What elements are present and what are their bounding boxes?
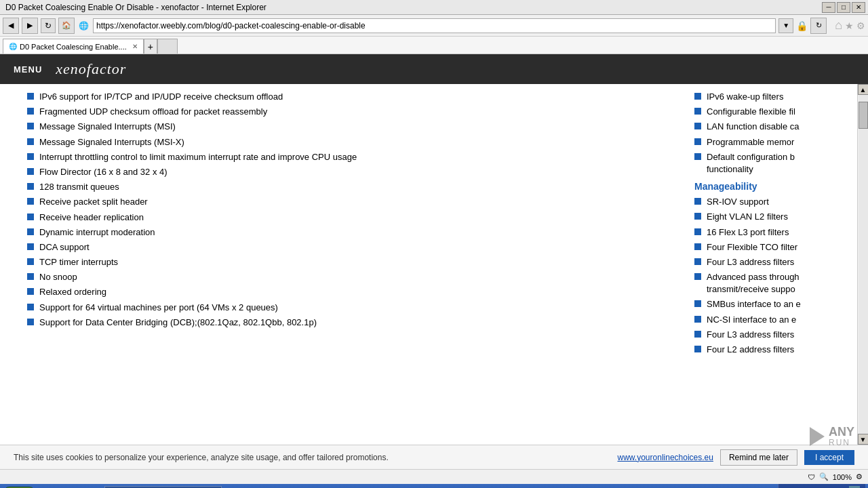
list-item-text: Configurable flexible fil [707, 106, 795, 118]
bullet-icon [27, 288, 34, 295]
forward-button[interactable]: ▶ [22, 18, 38, 34]
list-item-text: TCP timer interrupts [39, 256, 118, 268]
list-item-text: Fragmented UDP checksum offload for pack… [39, 106, 267, 118]
tab-favicon: 🌐 [9, 43, 17, 50]
bullet-icon [694, 153, 701, 160]
list-item-text: NC-SI interface to an e [707, 314, 796, 326]
list-item: Interrupt throttling control to limit ma… [27, 151, 674, 163]
main-content: IPv6 support for IP/TCP and IP/UDP recei… [0, 84, 857, 445]
list-item-text: 128 transmit queues [39, 181, 119, 193]
list-item: Message Signaled Interrupts (MSI-X) [27, 136, 674, 148]
manageability-section-title: Manageability [694, 181, 844, 192]
new-tab-button[interactable]: + [144, 39, 157, 54]
list-item-text: No snoop [39, 271, 77, 283]
status-bar: 🛡 🔍 100% ⚙ [0, 469, 868, 484]
list-item-text: Interrupt throttling control to limit ma… [39, 151, 357, 163]
accept-cookies-button[interactable]: I accept [804, 450, 854, 465]
list-item-text: DCA support [39, 241, 90, 253]
refresh-btn2[interactable]: ↻ [810, 18, 827, 34]
home-button[interactable]: 🏠 [58, 18, 75, 34]
taskbar: Start 🌐 📁 📝 🌐 ● D0 Packet Coalescing Ena… [0, 484, 868, 488]
taskbar-tray: 🖥 🔊 🌐 3:28 PM [778, 484, 865, 488]
list-item: Relaxed ordering [27, 286, 674, 298]
bullet-icon [694, 138, 701, 145]
list-item: DCA support [27, 241, 674, 253]
bullet-icon [694, 331, 701, 338]
protected-mode-icon: 🛡 [808, 473, 815, 481]
bullet-icon [27, 138, 34, 145]
bullet-icon [694, 93, 701, 100]
star-icon: ★ [845, 20, 854, 31]
list-item: Dynamic interrupt moderation [27, 226, 674, 239]
list-item: SMBus interface to an e [694, 298, 844, 310]
anyrun-text: ANY [829, 426, 854, 438]
list-item: Configurable flexible fil [694, 106, 844, 118]
list-item-text: Four Flexible TCO filter [707, 241, 797, 253]
list-item-text: Support for Data Center Bridging (DCB);(… [39, 317, 317, 329]
bullet-icon [694, 273, 701, 280]
list-item-text: SR-IOV support [707, 196, 769, 208]
right-bottom-list: SR-IOV supportEight VLAN L2 filters16 Fl… [694, 196, 844, 356]
status-right: 🛡 🔍 100% ⚙ [808, 472, 863, 481]
list-item: Support for 64 virtual machines per port… [27, 302, 674, 314]
list-item: NC-SI interface to an e [694, 314, 844, 326]
left-column: IPv6 support for IP/TCP and IP/UDP recei… [14, 91, 674, 438]
cookie-bar: This site uses cookies to personalize yo… [0, 445, 868, 469]
close-button[interactable]: ✕ [852, 2, 865, 13]
scroll-track[interactable] [859, 95, 868, 434]
home-icon: ⌂ [835, 18, 842, 33]
list-item-text: LAN function disable ca [707, 121, 800, 133]
list-item: Message Signaled Interrupts (MSI) [27, 121, 674, 133]
bullet-icon [694, 316, 701, 323]
cookie-choices-link[interactable]: www.youronlinechoices.eu [618, 453, 713, 462]
tab-close-button[interactable]: ✕ [132, 43, 138, 50]
active-tab[interactable]: 🌐 D0 Packet Coalescing Enable.... ✕ [3, 39, 144, 54]
search-dropdown[interactable]: ▼ [778, 18, 793, 33]
tab-label: D0 Packet Coalescing Enable.... [20, 43, 127, 51]
list-item: Four Flexible TCO filter [694, 241, 844, 253]
list-item: LAN function disable ca [694, 121, 844, 133]
bullet-icon [694, 213, 701, 220]
list-item: Fragmented UDP checksum offload for pack… [27, 106, 674, 118]
list-item-text: Receive header replication [39, 211, 144, 224]
bullet-icon [694, 300, 701, 307]
anyrun-subtext: RUN [829, 438, 854, 447]
anyrun-watermark: ANY RUN [810, 426, 854, 447]
bullet-icon [27, 319, 34, 325]
refresh-button[interactable]: ↻ [41, 18, 56, 33]
back-button[interactable]: ◀ [3, 18, 19, 34]
list-item: Advanced pass through transmit/receive s… [694, 271, 844, 296]
list-item: Four L2 address filters [694, 344, 844, 356]
bullet-icon [27, 123, 34, 129]
list-item: Receive packet split header [27, 196, 674, 208]
left-bullet-list: IPv6 support for IP/TCP and IP/UDP recei… [27, 91, 674, 329]
list-item-text: Relaxed ordering [39, 286, 106, 298]
zoom-icon: 🔍 [819, 472, 829, 481]
list-item: Receive header replication [27, 211, 674, 224]
address-input[interactable] [93, 18, 776, 33]
tab-placeholder [157, 39, 178, 54]
bullet-icon [27, 228, 34, 235]
bullet-icon [27, 258, 34, 265]
bullet-icon [27, 304, 34, 310]
window-title: D0 Packet Coalescing Enable Or Disable -… [3, 3, 267, 12]
maximize-button[interactable]: □ [837, 2, 850, 13]
bullet-icon [694, 123, 701, 129]
scroll-up-arrow[interactable]: ▲ [858, 84, 869, 95]
minimize-button[interactable]: ─ [822, 2, 835, 13]
scroll-thumb[interactable] [859, 102, 868, 129]
list-item-text: Message Signaled Interrupts (MSI) [39, 121, 176, 133]
list-item-text: Receive packet split header [39, 196, 148, 208]
remind-later-button[interactable]: Remind me later [720, 449, 797, 466]
tools-status-icon: ⚙ [856, 472, 863, 481]
menu-button[interactable]: MENU [14, 64, 42, 75]
list-item: Programmable memor [694, 136, 844, 148]
list-item: Eight VLAN L2 filters [694, 211, 844, 223]
list-item-text: Message Signaled Interrupts (MSI-X) [39, 136, 184, 148]
address-bar: ◀ ▶ ↻ 🏠 🌐 ▼ 🔒 ↻ ⌂ ★ ⚙ [0, 15, 868, 37]
bullet-icon [27, 168, 34, 175]
scroll-down-arrow[interactable]: ▼ [858, 434, 869, 445]
vertical-scrollbar[interactable]: ▲ ▼ [857, 84, 868, 445]
site-header: MENU xenofactor [0, 54, 868, 84]
bullet-icon [27, 198, 34, 205]
